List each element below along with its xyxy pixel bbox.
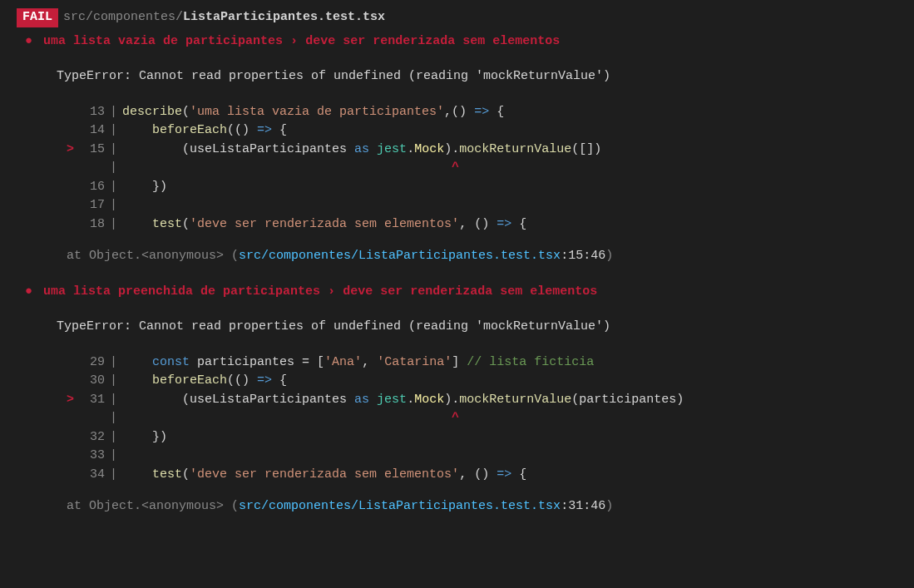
test-failure-title: ● uma lista preenchida de participantes … bbox=[17, 283, 897, 302]
code-frame: 13 | describe('uma lista vazia de partic… bbox=[17, 103, 897, 235]
stack-file-link[interactable]: src/componentes/ListaParticipantes.test.… bbox=[239, 499, 561, 513]
line-number: 30 bbox=[80, 372, 105, 391]
code-line: 32 | }) bbox=[67, 428, 897, 447]
pipe: | bbox=[105, 428, 122, 447]
code-content: (useListaParticipantes as jest.Mock).moc… bbox=[122, 391, 684, 410]
caret-line: | ^ bbox=[67, 159, 897, 178]
code-content: describe('uma lista vazia de participant… bbox=[122, 103, 504, 122]
pipe: | bbox=[105, 447, 122, 466]
code-content: test('deve ser renderizada sem elementos… bbox=[122, 466, 526, 485]
test-name: deve ser renderizada sem elementos bbox=[305, 34, 560, 48]
chevron-icon: › bbox=[290, 34, 298, 48]
code-content: test('deve ser renderizada sem elementos… bbox=[122, 215, 526, 235]
line-marker: > bbox=[67, 141, 80, 160]
code-frame: 29 | const participantes = ['Ana', 'Cata… bbox=[17, 353, 897, 485]
code-content: beforeEach(() => { bbox=[122, 372, 287, 391]
line-number: 13 bbox=[80, 103, 105, 122]
caret-line: | ^ bbox=[67, 409, 897, 428]
code-line-highlighted: > 15 | (useListaParticipantes as jest.Mo… bbox=[67, 141, 897, 160]
error-message: TypeError: Cannot read properties of und… bbox=[17, 67, 897, 86]
code-line: 17 | bbox=[67, 196, 897, 215]
test-name: deve ser renderizada sem elementos bbox=[343, 284, 597, 299]
code-line-highlighted: > 31 | (useListaParticipantes as jest.Mo… bbox=[67, 391, 897, 410]
line-number: 29 bbox=[80, 353, 105, 373]
code-content: (useListaParticipantes as jest.Mock).moc… bbox=[122, 141, 601, 160]
line-number: 18 bbox=[80, 215, 105, 235]
chevron-icon: › bbox=[328, 284, 335, 299]
pipe: | bbox=[105, 159, 122, 178]
code-line: 13 | describe('uma lista vazia de partic… bbox=[67, 103, 897, 122]
line-marker: > bbox=[67, 391, 80, 410]
stack-file-link[interactable]: src/componentes/ListaParticipantes.test.… bbox=[239, 249, 561, 263]
test-failure-title: ● uma lista vazia de participantes › dev… bbox=[17, 32, 897, 52]
suite-name: uma lista vazia de participantes bbox=[43, 34, 283, 48]
code-content: }) bbox=[122, 428, 167, 447]
test-file-header: FAIL src/componentes/ListaParticipantes.… bbox=[17, 8, 897, 27]
suite-name: uma lista preenchida de participantes bbox=[43, 284, 320, 299]
pipe: | bbox=[105, 391, 122, 410]
bullet-icon: ● bbox=[25, 34, 32, 48]
stack-location: :31:46 bbox=[561, 499, 605, 513]
line-number: 31 bbox=[80, 391, 105, 410]
pipe: | bbox=[105, 353, 122, 373]
pipe: | bbox=[105, 196, 122, 215]
pipe: | bbox=[105, 178, 122, 197]
stack-prefix: at Object.<anonymous> ( bbox=[67, 249, 239, 263]
stack-suffix: ) bbox=[605, 249, 613, 263]
bullet-icon: ● bbox=[25, 284, 32, 299]
caret: ^ bbox=[122, 409, 459, 428]
code-content: }) bbox=[122, 178, 167, 197]
pipe: | bbox=[105, 103, 122, 122]
stack-trace: at Object.<anonymous> (src/componentes/L… bbox=[17, 247, 897, 266]
stack-prefix: at Object.<anonymous> ( bbox=[67, 499, 239, 513]
pipe: | bbox=[105, 121, 122, 141]
pipe: | bbox=[105, 372, 122, 391]
line-number: 17 bbox=[80, 196, 105, 215]
stack-trace: at Object.<anonymous> (src/componentes/L… bbox=[17, 497, 897, 516]
code-line: 18 | test('deve ser renderizada sem elem… bbox=[67, 215, 897, 235]
caret: ^ bbox=[122, 159, 459, 178]
fail-badge: FAIL bbox=[17, 8, 58, 27]
file-name: ListaParticipantes.test.tsx bbox=[183, 10, 385, 24]
line-number: 33 bbox=[80, 447, 105, 466]
file-dir: src/componentes/ bbox=[63, 10, 183, 24]
pipe: | bbox=[105, 409, 122, 428]
code-line: 14 | beforeEach(() => { bbox=[67, 121, 897, 141]
line-number: 16 bbox=[80, 178, 105, 197]
error-message: TypeError: Cannot read properties of und… bbox=[17, 318, 897, 337]
line-number: 14 bbox=[80, 121, 105, 141]
code-line: 30 | beforeEach(() => { bbox=[67, 372, 897, 391]
code-content: const participantes = ['Ana', 'Catarina'… bbox=[122, 353, 594, 373]
pipe: | bbox=[105, 141, 122, 160]
stack-location: :15:46 bbox=[561, 249, 605, 263]
line-number: 34 bbox=[80, 466, 105, 485]
line-number: 32 bbox=[80, 428, 105, 447]
code-line: 29 | const participantes = ['Ana', 'Cata… bbox=[67, 353, 897, 373]
code-line: 34 | test('deve ser renderizada sem elem… bbox=[67, 466, 897, 485]
file-path: src/componentes/ListaParticipantes.test.… bbox=[63, 8, 385, 27]
pipe: | bbox=[105, 215, 122, 235]
code-line: 16 | }) bbox=[67, 178, 897, 197]
code-content: beforeEach(() => { bbox=[122, 121, 287, 141]
stack-suffix: ) bbox=[605, 499, 613, 513]
pipe: | bbox=[105, 466, 122, 485]
line-number: 15 bbox=[80, 141, 105, 160]
code-line: 33 | bbox=[67, 447, 897, 466]
